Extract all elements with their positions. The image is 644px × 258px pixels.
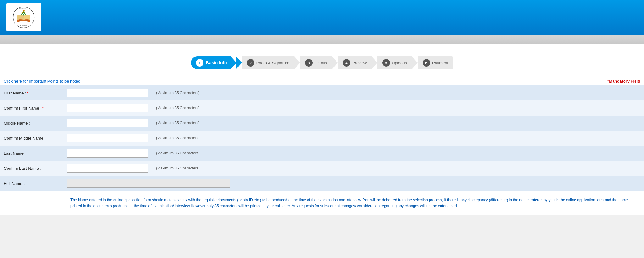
table-row: Middle Name : (Maximum 35 Characters): [0, 116, 644, 131]
step-2-label: Photo & Signature: [256, 61, 290, 65]
step-5-label: Uploads: [392, 61, 407, 65]
step-2[interactable]: 2 Photo & Signature: [242, 56, 295, 69]
full-name-input-cell: [63, 176, 644, 191]
svg-text:विद्या प्राधिकरण मंडळ: विद्या प्राधिकरण मंडळ: [19, 25, 28, 26]
form-header-row: Click here for Important Points to be no…: [0, 77, 644, 85]
header: महाराष्ट्र राज्य विद्या प्राधिकरण मंडळ M…: [0, 0, 644, 35]
confirm-middle-name-input[interactable]: [67, 134, 148, 142]
important-points-link[interactable]: Click here for Important Points to be no…: [4, 79, 80, 83]
table-row: Full Name :: [0, 176, 644, 191]
mandatory-field-label: *Mandatory Field: [607, 79, 640, 83]
step-1-wrapper[interactable]: 1 Basic Info: [191, 56, 242, 69]
step-3-label: Details: [314, 61, 327, 65]
step-1-label: Basic Info: [206, 60, 227, 65]
last-name-label: Last Name :: [0, 146, 63, 161]
info-text: The Name entered in the online applicati…: [67, 194, 640, 212]
info-spacer: [0, 191, 63, 215]
table-row: Last Name : (Maximum 35 Characters): [0, 146, 644, 161]
info-row: The Name entered in the online applicati…: [0, 191, 644, 215]
step-4[interactable]: 4 Preview: [338, 56, 372, 69]
main-content: 1 Basic Info 2 Photo & Signature 3 Detai…: [0, 44, 644, 215]
confirm-last-name-hint: (Maximum 35 Characters): [152, 161, 644, 176]
confirm-first-name-required-star: *: [42, 106, 44, 110]
confirm-last-name-label: Confirm Last Name :: [0, 161, 63, 176]
step-3[interactable]: 3 Details: [300, 56, 332, 69]
table-row: Confirm First Name :* (Maximum 35 Charac…: [0, 100, 644, 116]
step-3-number: 3: [305, 59, 313, 67]
step-1-active[interactable]: 1 Basic Info: [191, 56, 231, 69]
table-row: Confirm Middle Name : (Maximum 35 Charac…: [0, 131, 644, 146]
svg-point-1: [23, 11, 25, 13]
table-row: Confirm Last Name : (Maximum 35 Characte…: [0, 161, 644, 176]
confirm-last-name-input-cell: [63, 161, 152, 176]
step-2-divider: [294, 56, 300, 69]
step-5-wrapper[interactable]: 5 Uploads: [377, 56, 418, 69]
svg-text:MAHARASHTRA STATE: MAHARASHTRA STATE: [19, 24, 29, 25]
full-name-label: Full Name :: [0, 176, 63, 191]
step-3-wrapper[interactable]: 3 Details: [300, 56, 338, 69]
middle-name-input-cell: [63, 116, 152, 131]
confirm-middle-name-label: Confirm Middle Name :: [0, 131, 63, 146]
subheader-bar: [0, 35, 644, 44]
logo-container: महाराष्ट्र राज्य विद्या प्राधिकरण मंडळ M…: [6, 3, 41, 31]
step-6-label: Payment: [432, 61, 448, 65]
first-name-hint: (Maximum 35 Characters): [152, 85, 644, 100]
step-1-arrow: [231, 56, 236, 69]
confirm-last-name-input[interactable]: [67, 164, 148, 173]
step-5[interactable]: 5 Uploads: [377, 56, 412, 69]
first-name-label: First Name :*: [0, 85, 63, 100]
confirm-first-name-label: Confirm First Name :*: [0, 100, 63, 116]
step-4-number: 4: [343, 59, 350, 67]
last-name-input[interactable]: [67, 149, 148, 158]
middle-name-input[interactable]: [67, 119, 148, 127]
step-6-number: 6: [423, 59, 430, 67]
step-2-number: 2: [247, 59, 254, 67]
step-4-label: Preview: [352, 61, 367, 65]
form-table: First Name :* (Maximum 35 Characters) Co…: [0, 85, 644, 215]
step-1-arrow2: [236, 56, 242, 69]
full-name-input[interactable]: [67, 179, 230, 188]
confirm-middle-name-input-cell: [63, 131, 152, 146]
step-4-wrapper[interactable]: 4 Preview: [338, 56, 377, 69]
step-5-divider: [412, 56, 418, 69]
step-6[interactable]: 6 Payment: [418, 56, 453, 69]
last-name-input-cell: [63, 146, 152, 161]
confirm-first-name-input[interactable]: [67, 104, 148, 112]
info-text-cell: The Name entered in the online applicati…: [63, 191, 644, 215]
step-3-divider: [332, 56, 338, 69]
first-name-input[interactable]: [67, 89, 148, 97]
step-4-divider: [372, 56, 377, 69]
first-name-required-star: *: [27, 91, 28, 95]
last-name-hint: (Maximum 35 Characters): [152, 146, 644, 161]
step-1-number: 1: [196, 59, 203, 67]
step-5-number: 5: [382, 59, 390, 67]
confirm-first-name-hint: (Maximum 35 Characters): [152, 100, 644, 116]
stepper: 1 Basic Info 2 Photo & Signature 3 Detai…: [0, 50, 644, 77]
confirm-middle-name-hint: (Maximum 35 Characters): [152, 131, 644, 146]
svg-point-2: [23, 10, 25, 12]
middle-name-label: Middle Name :: [0, 116, 63, 131]
table-row: First Name :* (Maximum 35 Characters): [0, 85, 644, 100]
first-name-input-cell: [63, 85, 152, 100]
step-2-wrapper[interactable]: 2 Photo & Signature: [242, 56, 300, 69]
middle-name-hint: (Maximum 35 Characters): [152, 116, 644, 131]
step-6-wrapper[interactable]: 6 Payment: [418, 56, 453, 69]
confirm-first-name-input-cell: [63, 100, 152, 116]
logo-emblem-icon: महाराष्ट्र राज्य विद्या प्राधिकरण मंडळ M…: [13, 6, 35, 28]
